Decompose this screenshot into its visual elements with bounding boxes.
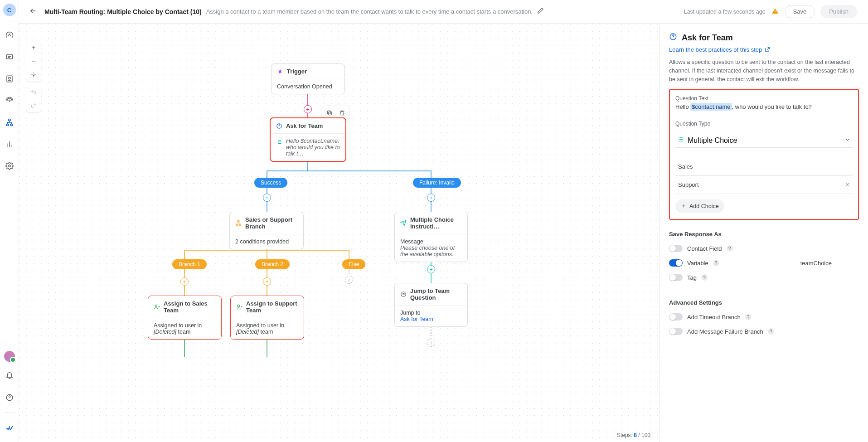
workspace-avatar[interactable]: C [3, 4, 16, 16]
reports-icon[interactable] [0, 135, 19, 154]
workflow-title: Multi-Team Routing: Multiple Choice by C… [44, 8, 202, 15]
node-assign-sales[interactable]: Assign to Sales Team Assigned to user in… [148, 296, 222, 340]
add-choice-button[interactable]: ＋Add Choice [675, 199, 724, 213]
list-icon [276, 139, 282, 145]
node-title: Trigger [287, 68, 307, 75]
save-response-label: Save Response As [669, 231, 859, 238]
add-step-button[interactable]: + [304, 105, 312, 113]
svg-point-16 [155, 305, 157, 307]
node-body: Conversation Opened [272, 79, 344, 94]
help-icon[interactable]: ? [727, 245, 733, 252]
svg-rect-13 [238, 220, 239, 222]
toggle-label: Add Message Failure Branch [687, 328, 763, 335]
messages-icon[interactable] [0, 48, 19, 67]
node-body: Assigned to user in [Deleted] team [231, 318, 304, 339]
branch1-pill: Branch 1 [172, 259, 207, 269]
question-type-label: Question Type [675, 121, 853, 127]
variable-toggle[interactable] [669, 259, 683, 267]
fit-view-button[interactable] [26, 68, 41, 82]
variable-value[interactable]: teamChoice [800, 260, 832, 267]
help-icon[interactable]: ? [713, 260, 719, 266]
delete-icon[interactable] [337, 107, 348, 118]
svg-rect-5 [6, 124, 9, 126]
help-icon[interactable] [0, 388, 19, 407]
add-step-button[interactable]: + [345, 276, 353, 284]
notifications-icon[interactable] [0, 365, 19, 384]
question-type-select[interactable]: Multiple Choice [675, 133, 853, 148]
panel-title: Ask for Team [682, 33, 733, 43]
dashboard-icon[interactable] [0, 26, 19, 45]
trigger-icon [277, 68, 283, 75]
add-step-button[interactable]: + [427, 339, 435, 347]
plus-icon: ＋ [681, 202, 687, 210]
edit-title-icon[interactable] [537, 7, 544, 16]
node-title: Multiple Choice Instructi… [410, 216, 462, 230]
jump-target-link[interactable]: Ask for Team [400, 316, 433, 322]
node-ask-for-team[interactable]: Ask for Team Hello $contact.name, who wo… [270, 117, 346, 162]
success-pill: Success [254, 178, 287, 188]
user-avatar[interactable] [4, 351, 15, 362]
svg-rect-6 [10, 124, 13, 126]
variable-chip[interactable]: $contact.name [690, 103, 732, 111]
settings-icon[interactable] [0, 156, 19, 175]
broadcast-icon[interactable] [0, 91, 19, 110]
zoom-out-button[interactable] [26, 54, 41, 68]
node-branch[interactable]: Sales or Support Branch 2 conditions pro… [229, 212, 304, 249]
node-title: Assign to Support Team [246, 300, 298, 314]
add-step-button[interactable]: + [427, 194, 435, 202]
assign-icon [236, 304, 242, 310]
help-icon[interactable]: ? [701, 274, 708, 281]
contacts-icon[interactable] [0, 69, 19, 88]
assign-icon [154, 304, 160, 310]
node-title: Jump to Team Question [410, 287, 462, 301]
question-text-input[interactable]: Hello $contact.name, who would you like … [675, 103, 853, 114]
top-bar: Multi-Team Routing: Multiple Choice by C… [19, 0, 868, 24]
help-icon[interactable]: ? [768, 328, 774, 335]
choice-label: Support [678, 181, 699, 188]
node-instructions[interactable]: Multiple Choice Instructi… Message:Pleas… [394, 212, 468, 262]
tag-toggle[interactable] [669, 274, 683, 281]
zoom-in-button[interactable] [26, 41, 41, 54]
add-step-button[interactable]: + [180, 277, 189, 286]
warning-icon[interactable] [771, 7, 779, 17]
redo-button[interactable] [26, 99, 41, 112]
question-icon [276, 123, 282, 129]
add-step-button[interactable]: + [263, 277, 271, 286]
node-trigger[interactable]: Trigger Conversation Opened [271, 63, 345, 94]
question-text-label: Question Text [675, 95, 853, 102]
add-step-button[interactable]: + [427, 265, 435, 273]
workflow-canvas[interactable]: Trigger Conversation Opened + Ask for Te… [19, 24, 659, 442]
question-type-value: Multiple Choice [688, 136, 737, 145]
choice-row[interactable]: Support✕ [675, 176, 853, 194]
failure-toggle[interactable] [669, 328, 683, 335]
workflow-description: Assign a contact to a team member based … [206, 8, 533, 15]
jump-icon [400, 291, 407, 297]
add-step-button[interactable]: + [263, 194, 271, 202]
node-jump[interactable]: Jump to Team Question Jump toAsk for Tea… [394, 283, 468, 327]
choice-row[interactable]: Sales [675, 158, 853, 176]
else-pill: Else [342, 259, 365, 269]
duplicate-icon[interactable] [324, 107, 335, 118]
svg-point-3 [9, 100, 10, 102]
publish-button[interactable]: Publish [820, 5, 857, 18]
workflows-icon[interactable] [0, 113, 19, 132]
node-body: Assigned to user in [Deleted] team [148, 318, 221, 339]
list-icon [677, 136, 684, 145]
svg-point-9 [33, 74, 34, 76]
back-button[interactable] [27, 5, 39, 19]
learn-link[interactable]: Learn the best practices of this step [669, 46, 770, 53]
help-icon[interactable]: ? [745, 314, 752, 320]
external-link-icon [764, 47, 770, 53]
advanced-settings-label: Advanced Settings [669, 299, 859, 306]
node-title: Ask for Team [286, 122, 323, 129]
toggle-label: Tag [687, 274, 697, 281]
node-title: Assign to Sales Team [164, 300, 216, 314]
undo-button[interactable] [26, 85, 41, 99]
node-body: 2 conditions provided [230, 234, 303, 249]
panel-description: Allows a specific question to be sent to… [669, 58, 859, 83]
node-assign-support[interactable]: Assign to Support Team Assigned to user … [230, 296, 304, 340]
contact-field-toggle[interactable] [669, 245, 683, 252]
remove-choice-icon[interactable]: ✕ [845, 181, 850, 188]
timeout-toggle[interactable] [669, 313, 683, 321]
save-button[interactable]: Save [785, 5, 815, 18]
